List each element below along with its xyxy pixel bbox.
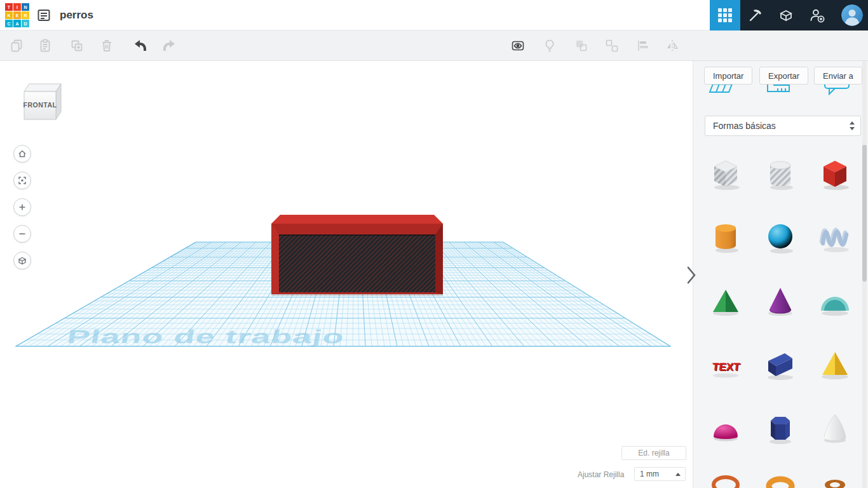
header: T I N K E R C A D perros bbox=[0, 0, 868, 30]
shape-tejado-redondo[interactable] bbox=[817, 281, 853, 320]
logo-letter: A bbox=[13, 20, 21, 27]
shape-toro-solido[interactable] bbox=[763, 472, 798, 488]
roof-icon bbox=[708, 281, 743, 320]
shape-prisma[interactable] bbox=[763, 409, 798, 447]
shape-cilindro-hueco[interactable] bbox=[763, 154, 798, 193]
edit-grid-button[interactable]: Ed. rejilla bbox=[621, 446, 686, 460]
shape-caja[interactable] bbox=[817, 154, 853, 193]
box-icon bbox=[817, 154, 853, 193]
fit-view-button[interactable] bbox=[13, 172, 31, 189]
snap-grid-label: Ajustar Rejilla bbox=[578, 470, 624, 479]
align-icon bbox=[635, 38, 651, 53]
shape-category-dropdown[interactable]: Formas básicas bbox=[705, 116, 861, 136]
logo-letter: E bbox=[13, 11, 21, 19]
panel-scrollbar-thumb[interactable] bbox=[862, 145, 867, 281]
logo-letter: N bbox=[22, 3, 29, 11]
shape-cilindro[interactable] bbox=[708, 218, 743, 256]
logo-letter: T bbox=[5, 3, 13, 11]
cone-icon bbox=[763, 281, 798, 320]
ungroup-icon bbox=[604, 38, 620, 53]
shape-garabato[interactable] bbox=[817, 218, 853, 256]
show-all-icon[interactable] bbox=[510, 38, 526, 53]
group-icon bbox=[574, 38, 589, 53]
viewport-3d[interactable]: Plano de trabajo bbox=[0, 0, 693, 488]
export-button[interactable]: Exportar bbox=[759, 67, 808, 85]
torus-icon bbox=[708, 472, 743, 488]
logo-letter: R bbox=[22, 11, 29, 19]
panel-collapse-chevron-icon[interactable] bbox=[685, 266, 698, 286]
import-button[interactable]: Importar bbox=[704, 67, 752, 85]
toolbar: Importar Exportar Enviar a bbox=[0, 30, 868, 61]
hole-box-icon bbox=[708, 154, 743, 193]
shape-paraboloide[interactable] bbox=[817, 409, 853, 447]
sphere-icon bbox=[763, 218, 798, 256]
light-bulb-icon bbox=[542, 38, 557, 53]
shape-grid[interactable]: TEXT TEXT bbox=[700, 154, 853, 488]
tinker-pickaxe-icon[interactable] bbox=[740, 0, 771, 30]
topnav bbox=[710, 0, 868, 30]
view-cube[interactable]: FRONTAL bbox=[17, 78, 64, 125]
perspective-toggle-button[interactable] bbox=[13, 252, 31, 269]
shape-esfera[interactable] bbox=[763, 218, 798, 256]
hole-cylinder-icon bbox=[763, 154, 798, 193]
redo-icon bbox=[160, 38, 175, 53]
logo-letter: K bbox=[5, 11, 13, 19]
home-view-button[interactable] bbox=[13, 145, 31, 163]
design-menu-icon[interactable] bbox=[36, 8, 52, 24]
cylinder-icon bbox=[708, 218, 743, 256]
tube-icon bbox=[817, 472, 853, 488]
shape-tejado[interactable] bbox=[708, 281, 743, 320]
invite-person-add-icon[interactable] bbox=[801, 0, 832, 30]
shape-semiesfera[interactable] bbox=[708, 409, 743, 447]
paraboloid-icon bbox=[817, 409, 853, 447]
shape-cono[interactable] bbox=[763, 281, 798, 320]
wedge-icon bbox=[763, 345, 798, 383]
blocks-icon[interactable] bbox=[771, 0, 801, 30]
copy-icon bbox=[9, 38, 24, 53]
avatar[interactable] bbox=[841, 4, 863, 26]
dashboard-grid-icon[interactable] bbox=[710, 0, 740, 30]
delete-icon bbox=[99, 38, 114, 53]
tinkercad-logo[interactable]: T I N K E R C A D bbox=[5, 3, 30, 28]
shape-piramide[interactable] bbox=[817, 345, 853, 383]
pyramid-icon bbox=[817, 345, 853, 383]
tinkercad-app: Plano de trabajo FRONTAL bbox=[0, 0, 868, 488]
shape-texto[interactable]: TEXT TEXT bbox=[708, 345, 743, 383]
mirror-icon bbox=[665, 38, 680, 53]
logo-letter: I bbox=[13, 3, 21, 11]
dropdown-caret-icon bbox=[675, 473, 681, 476]
duplicate-icon bbox=[69, 38, 85, 53]
shape-cuna[interactable] bbox=[763, 345, 798, 383]
object-red-box[interactable] bbox=[271, 215, 443, 296]
snap-grid-dropdown[interactable]: 1 mm bbox=[634, 467, 686, 481]
solid-torus-icon bbox=[763, 472, 798, 488]
undo-icon[interactable] bbox=[132, 38, 147, 53]
zoom-out-button[interactable] bbox=[13, 225, 31, 243]
view-cube-top[interactable] bbox=[24, 84, 61, 92]
shape-tubo[interactable] bbox=[817, 472, 853, 488]
stepper-arrows-icon bbox=[849, 121, 855, 131]
shape-toro[interactable] bbox=[708, 472, 743, 488]
half-sphere-icon bbox=[708, 409, 743, 447]
view-cube-label: FRONTAL bbox=[24, 101, 57, 109]
workplane-watermark: Plano de trabajo bbox=[65, 326, 346, 347]
shape-caja-hueco[interactable] bbox=[708, 154, 743, 193]
text-shape-icon: TEXT TEXT bbox=[708, 345, 743, 383]
shape-category-label: Formas básicas bbox=[713, 121, 849, 131]
paste-icon bbox=[37, 38, 53, 53]
zoom-in-button[interactable] bbox=[13, 198, 31, 216]
shapes-panel: Formas básicas bbox=[693, 61, 868, 488]
scribble-icon bbox=[817, 218, 853, 256]
round-roof-icon bbox=[817, 281, 853, 320]
hex-prism-icon bbox=[763, 409, 798, 447]
logo-letter: C bbox=[5, 20, 13, 27]
send-to-button[interactable]: Enviar a bbox=[814, 67, 862, 85]
snap-grid-value: 1 mm bbox=[635, 470, 675, 478]
design-title[interactable]: perros bbox=[60, 0, 93, 30]
logo-letter: D bbox=[22, 20, 29, 27]
svg-text:TEXT: TEXT bbox=[712, 361, 741, 373]
